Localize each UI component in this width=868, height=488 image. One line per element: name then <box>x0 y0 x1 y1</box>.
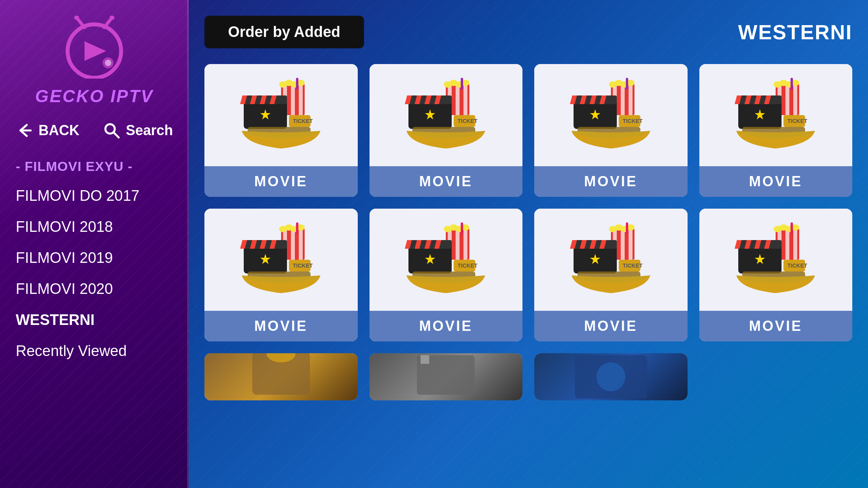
movie-card-thumb-11 <box>534 353 688 400</box>
svg-rect-70 <box>793 84 797 115</box>
movie-card-3[interactable]: TICKET MOVIE <box>534 64 688 197</box>
svg-rect-56 <box>626 78 628 90</box>
movie-card-thumb-7: TICKET <box>534 209 688 311</box>
svg-rect-113 <box>461 222 463 234</box>
svg-rect-108 <box>463 228 467 260</box>
sidebar-item-filmovi-2020[interactable]: FILMOVI 2020 <box>16 279 113 299</box>
movie-card-2[interactable]: TICKET MOVIE <box>370 64 523 197</box>
movie-grid: TICKET MOVIE <box>204 64 852 400</box>
movie-card-10[interactable] <box>370 353 523 400</box>
movie-card-7[interactable]: TICKET MOVIE <box>534 209 688 341</box>
section-title: WESTERNI <box>738 20 852 44</box>
svg-rect-31 <box>456 84 460 115</box>
svg-text:TICKET: TICKET <box>787 118 807 124</box>
svg-rect-75 <box>791 78 793 90</box>
movie-card-label-1: MOVIE <box>204 166 358 197</box>
movie-card-4[interactable]: TICKET MOVIE <box>699 64 853 197</box>
svg-text:TICKET: TICKET <box>293 262 313 269</box>
svg-rect-89 <box>299 228 303 260</box>
order-by-button[interactable]: Order by Added <box>204 16 364 48</box>
movie-card-thumb-4: TICKET <box>699 64 853 166</box>
movie-card-1[interactable]: TICKET MOVIE <box>204 64 358 197</box>
svg-rect-145 <box>785 228 789 260</box>
sidebar-divider: - FILMOVI EXYU - <box>16 159 132 174</box>
svg-rect-12 <box>291 84 295 115</box>
movie-card-thumb-9 <box>204 353 358 400</box>
movie-card-label-7: MOVIE <box>534 311 688 341</box>
svg-text:TICKET: TICKET <box>293 118 313 124</box>
movie-card-thumb-3: TICKET <box>534 64 688 166</box>
svg-rect-37 <box>461 78 463 90</box>
svg-rect-51 <box>629 84 633 115</box>
svg-rect-107 <box>456 228 460 260</box>
sidebar-item-recently-viewed[interactable]: Recently Viewed <box>16 341 127 361</box>
svg-rect-146 <box>793 228 797 260</box>
movie-card-thumb-6: TICKET <box>370 209 523 311</box>
svg-rect-69 <box>785 84 789 115</box>
svg-marker-5 <box>85 41 106 61</box>
svg-rect-126 <box>621 228 625 260</box>
main-content: Order by Added WESTERNI <box>189 0 868 488</box>
sidebar-item-filmovi-do-2017[interactable]: FILMOVI DO 2017 <box>16 186 140 206</box>
movie-card-6[interactable]: TICKET MOVIE <box>370 209 523 341</box>
search-button[interactable]: Search <box>103 122 173 139</box>
logo-text: GECKO IPTV <box>35 86 153 106</box>
movie-card-thumb-2: TICKET <box>370 64 523 166</box>
main-header: Order by Added WESTERNI <box>204 16 852 48</box>
search-icon <box>103 122 120 139</box>
svg-rect-94 <box>296 222 298 234</box>
svg-rect-151 <box>791 222 793 234</box>
svg-rect-18 <box>296 78 298 90</box>
svg-rect-132 <box>626 222 628 234</box>
movie-card-thumb-1: TICKET <box>204 64 358 166</box>
svg-rect-50 <box>621 84 625 115</box>
svg-rect-13 <box>299 84 303 115</box>
movie-card-8[interactable]: TICKET MOVIE <box>699 209 853 341</box>
movie-card-thumb-10 <box>370 353 523 400</box>
movie-card-label-2: MOVIE <box>370 166 523 197</box>
svg-point-7 <box>105 60 111 66</box>
sidebar-item-filmovi-2019[interactable]: FILMOVI 2019 <box>16 248 113 268</box>
gecko-iptv-logo-icon <box>63 16 126 79</box>
svg-point-167 <box>596 362 625 391</box>
sidebar: GECKO IPTV BACK Search - FILMOVI EXYU - … <box>0 0 189 488</box>
movie-card-5[interactable]: TICKET MOVIE <box>204 209 358 341</box>
nav-controls: BACK Search <box>16 122 173 139</box>
movie-card-label-4: MOVIE <box>699 166 853 197</box>
svg-text:TICKET: TICKET <box>458 262 478 269</box>
svg-text:TICKET: TICKET <box>787 262 807 269</box>
movie-card-11[interactable] <box>534 353 688 400</box>
movie-card-thumb-5: TICKET <box>204 209 358 311</box>
svg-rect-127 <box>629 228 633 260</box>
back-button[interactable]: BACK <box>16 122 79 139</box>
back-icon <box>16 122 33 139</box>
movie-card-thumb-8: TICKET <box>699 209 853 311</box>
svg-text:TICKET: TICKET <box>623 262 643 269</box>
logo-area: GECKO IPTV <box>16 16 189 106</box>
svg-line-9 <box>114 132 119 138</box>
svg-rect-88 <box>291 228 295 260</box>
movie-card-label-3: MOVIE <box>534 166 688 197</box>
svg-rect-165 <box>421 355 429 364</box>
sidebar-item-westerni[interactable]: WESTERNI <box>16 310 95 330</box>
movie-card-label-8: MOVIE <box>699 311 853 341</box>
svg-text:TICKET: TICKET <box>623 118 643 124</box>
movie-card-label-5: MOVIE <box>204 311 358 341</box>
sidebar-item-filmovi-2018[interactable]: FILMOVI 2018 <box>16 217 113 237</box>
svg-text:TICKET: TICKET <box>458 118 478 124</box>
svg-rect-32 <box>463 84 467 115</box>
movie-card-label-6: MOVIE <box>370 311 523 341</box>
movie-card-9[interactable] <box>204 353 358 400</box>
